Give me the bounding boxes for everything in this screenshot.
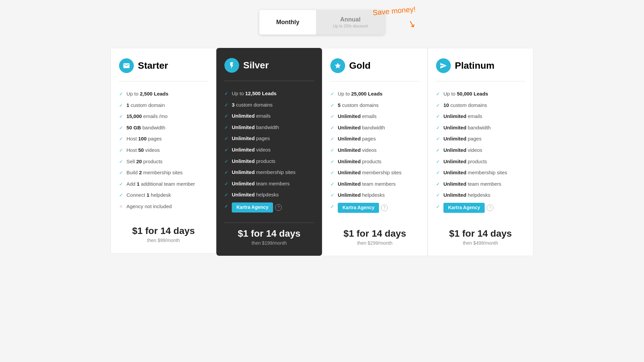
check-icon: ✓ — [330, 147, 334, 154]
list-item: ✓Unlimited pages — [224, 133, 314, 144]
list-item: ✓Unlimited bandwidth — [330, 122, 419, 133]
gold-pricing: $1 for 14 days then $299/month — [330, 223, 419, 246]
kartra-help-icon[interactable]: ? — [487, 204, 493, 211]
gold-name: Gold — [349, 60, 371, 71]
check-icon: ✓ — [119, 125, 123, 131]
check-icon: ✓ — [224, 113, 228, 120]
list-item: ✓Unlimited emails — [224, 110, 314, 122]
plan-card-platinum: Platinum ✓Up to 50,000 Leads ✓10 custom … — [428, 48, 533, 256]
list-item: ✓Unlimited bandwidth — [224, 122, 314, 133]
list-item: ✓Up to 50,000 Leads — [436, 88, 525, 100]
check-icon: ✓ — [224, 158, 228, 165]
check-icon: ✓ — [330, 159, 334, 165]
check-icon: ✓ — [330, 125, 334, 131]
check-icon: ✓ — [436, 91, 440, 98]
silver-name: Silver — [243, 60, 269, 71]
starter-icon — [119, 58, 134, 73]
starter-then: then $99/month — [119, 238, 208, 243]
kartra-agency-badge: Kartra Agency — [232, 202, 273, 213]
kartra-help-icon[interactable]: ? — [381, 204, 388, 211]
check-icon: ✓ — [330, 91, 334, 98]
check-icon: ✓ — [436, 181, 440, 188]
platinum-features: ✓Up to 50,000 Leads ✓10 custom domains ✓… — [436, 88, 525, 215]
check-icon: ✓ — [224, 135, 228, 142]
list-item: ✓Up to 2,500 Leads — [119, 88, 208, 100]
list-item: ✓Unlimited videos — [436, 144, 525, 156]
check-icon: ✓ — [330, 203, 334, 210]
billing-toggle: Monthly Annual Up to 25% discount Save m… — [7, 10, 637, 35]
silver-header: Silver — [224, 58, 314, 73]
starter-name: Starter — [138, 60, 168, 71]
star-icon — [334, 62, 341, 69]
bolt-icon — [228, 62, 235, 69]
check-icon: ✓ — [119, 102, 123, 109]
list-item: ✓Add 1 additional team member — [119, 178, 208, 190]
check-icon: ✓ — [119, 136, 123, 142]
platinum-then: then $499/month — [436, 240, 525, 246]
monthly-button[interactable]: Monthly — [259, 10, 316, 35]
list-item: ✓Unlimited team members — [224, 178, 314, 189]
x-icon: ✕ — [119, 203, 123, 210]
kartra-agency-badge: Kartra Agency — [443, 203, 485, 213]
gold-then: then $299/month — [330, 240, 419, 246]
check-icon: ✓ — [330, 192, 334, 199]
list-item: ✕Agency not included — [119, 201, 208, 212]
list-item: ✓Host 50 videos — [119, 144, 208, 156]
starter-divider — [119, 81, 208, 81]
starter-price: $1 for 14 days — [119, 226, 208, 236]
check-icon: ✓ — [436, 203, 440, 210]
list-item: ✓Connect 1 helpdesk — [119, 189, 208, 201]
silver-icon — [224, 58, 239, 73]
list-item: ✓Build 2 membership sites — [119, 167, 208, 178]
kartra-help-icon[interactable]: ? — [275, 204, 282, 211]
list-item: ✓Host 100 pages — [119, 133, 208, 144]
check-icon: ✓ — [119, 147, 123, 154]
list-item: ✓Unlimited team members — [436, 178, 525, 190]
list-item: ✓10 custom domains — [436, 100, 525, 111]
check-icon: ✓ — [119, 159, 123, 165]
list-item: ✓Up to 25,000 Leads — [330, 88, 419, 100]
starter-pricing: $1 for 14 days then $99/month — [119, 220, 208, 243]
check-icon: ✓ — [330, 181, 334, 188]
check-icon: ✓ — [224, 102, 228, 109]
plan-card-gold: Gold ✓Up to 25,000 Leads ✓5 custom domai… — [322, 48, 428, 256]
starter-features: ✓Up to 2,500 Leads ✓1 custom domain ✓15,… — [119, 88, 208, 212]
list-item: ✓Unlimited emails — [330, 111, 419, 122]
check-icon: ✓ — [224, 203, 228, 210]
kartra-agency-badge: Kartra Agency — [338, 203, 379, 213]
check-icon: ✓ — [119, 192, 123, 199]
list-item: ✓ Kartra Agency ? — [436, 201, 525, 215]
check-icon: ✓ — [330, 170, 334, 176]
check-icon: ✓ — [330, 102, 334, 109]
check-icon: ✓ — [224, 181, 228, 187]
check-icon: ✓ — [224, 147, 228, 154]
list-item: ✓Unlimited bandwidth — [436, 122, 525, 133]
check-icon: ✓ — [119, 181, 123, 188]
check-icon: ✓ — [224, 192, 228, 198]
check-icon: ✓ — [436, 147, 440, 154]
silver-features: ✓Up to 12,500 Leads ✓3 custom domains ✓U… — [224, 88, 314, 215]
check-icon: ✓ — [119, 113, 123, 120]
list-item: ✓Unlimited pages — [436, 133, 525, 144]
list-item: ✓Unlimited membership sites — [224, 167, 314, 178]
list-item: ✓Unlimited pages — [330, 133, 419, 144]
gold-divider — [330, 81, 419, 81]
check-icon: ✓ — [224, 169, 228, 176]
check-icon: ✓ — [436, 170, 440, 176]
platinum-pricing: $1 for 14 days then $499/month — [436, 223, 525, 246]
list-item: ✓Unlimited helpdesks — [330, 189, 419, 201]
list-item: ✓1 custom domain — [119, 100, 208, 111]
list-item: ✓Unlimited membership sites — [330, 167, 419, 178]
list-item: ✓Unlimited videos — [330, 144, 419, 156]
silver-pricing: $1 for 14 days then $199/month — [224, 223, 314, 246]
list-item: ✓Unlimited emails — [436, 111, 525, 122]
starter-header: Starter — [119, 58, 208, 73]
list-item: ✓Sell 20 products — [119, 156, 208, 167]
list-item: ✓ Kartra Agency ? — [224, 200, 314, 215]
platinum-name: Platinum — [455, 60, 494, 71]
gold-header: Gold — [330, 58, 419, 73]
check-icon: ✓ — [436, 125, 440, 131]
platinum-price: $1 for 14 days — [436, 228, 525, 239]
list-item: ✓Unlimited helpdesks — [436, 189, 525, 201]
gold-price: $1 for 14 days — [330, 228, 419, 239]
